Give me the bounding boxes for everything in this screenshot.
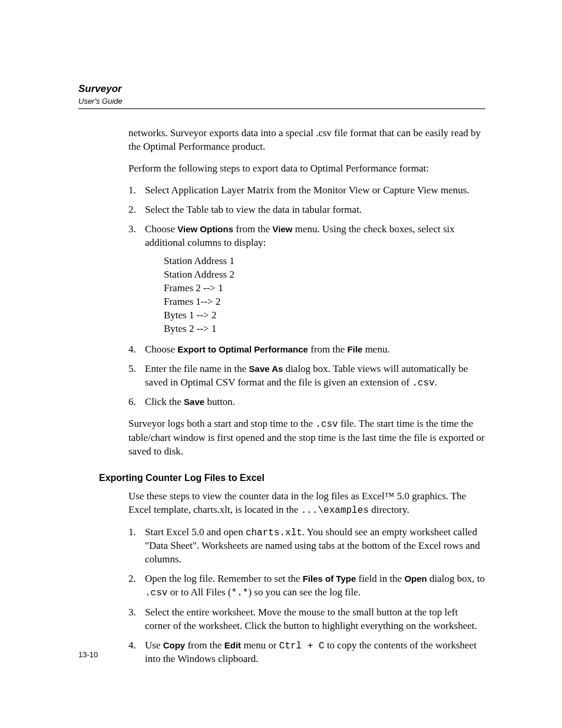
step-text: Select Application Layer Matrix from the… [145,184,485,197]
text-run: Use these steps to view the counter data… [128,490,466,515]
step-text: Enter the file name in the Save As dialo… [145,363,485,390]
excel-steps-list: 1. Start Excel 5.0 and open charts.xlt. … [128,526,485,666]
text-run: Surveyor logs both a start and stop time… [128,418,315,429]
text-run: ) so you can see the log file. [248,587,361,598]
step-number: 5. [128,363,145,390]
export-steps-list: 1. Select Application Layer Matrix from … [128,184,485,409]
ui-label-view-menu: View [273,224,293,234]
ui-label-copy: Copy [163,640,186,650]
step-number: 4. [128,343,145,357]
step-3: 3. Choose View Options from the View men… [128,223,485,337]
header-product-title: Surveyor [78,83,485,96]
mono-csv-ext: .csv [412,378,434,388]
step-number: 2. [128,203,145,217]
step-4: 4. Choose Export to Optimal Performance … [128,343,485,357]
text-run: Click the [145,396,184,407]
step-1: 1. Select Application Layer Matrix from … [128,184,485,197]
step-text: Start Excel 5.0 and open charts.xlt. You… [145,526,485,566]
ui-label-open-dialog: Open [404,574,427,584]
text-run: Choose [145,344,177,355]
text-run: . [435,377,437,388]
excel-step-1: 1. Start Excel 5.0 and open charts.xlt. … [128,526,485,566]
header-subtitle: User's Guide [78,96,485,107]
after-steps-paragraph: Surveyor logs both a start and stop time… [128,417,485,458]
step-text: Choose Export to Optimal Performance fro… [145,343,485,357]
step-number: 2. [128,572,145,600]
excel-step-2: 2. Open the log file. Remember to set th… [128,572,485,600]
step-text: Use Copy from the Edit menu or Ctrl + C … [145,639,485,667]
page-header: Surveyor User's Guide [78,83,485,109]
page-number: 13-10 [78,650,98,660]
text-run: Start Excel 5.0 and open [145,526,246,538]
text-run: menu. [362,344,389,355]
text-run: from the [308,344,348,355]
section2-intro: Use these steps to view the counter data… [128,490,485,518]
column-name: Bytes 1 --> 2 [164,309,485,322]
text-run: Open the log file. Remember to set the [145,573,303,584]
ui-label-export-to-optimal: Export to Optimal Performance [177,344,308,354]
column-list: Station Address 1 Station Address 2 Fram… [164,255,485,336]
step-5: 5. Enter the file name in the Save As di… [128,363,485,390]
mono-examples-path: ...\examples [301,505,369,516]
step-2: 2. Select the Table tab to view the data… [128,203,485,217]
ui-label-file-menu: File [348,344,363,354]
text-run: directory. [369,504,409,515]
intro-paragraph-2: Perform the following steps to export da… [128,162,485,176]
ui-label-files-of-type: Files of Type [303,574,356,584]
page-body: networks. Surveyor exports data into a s… [78,127,485,666]
ui-label-view-options: View Options [177,224,233,234]
step-number: 6. [128,396,145,409]
document-page: Surveyor User's Guide networks. Surveyor… [0,0,562,666]
mono-ctrl-c: Ctrl + C [279,641,325,651]
text-run: field in the [356,573,404,584]
ui-label-save-button: Save [184,397,204,407]
step-text: Open the log file. Remember to set the F… [145,572,485,600]
text-run: menu or [241,640,279,651]
excel-step-3: 3. Select the entire worksheet. Move the… [128,606,485,633]
step-number: 3. [128,223,145,337]
step-number: 1. [128,184,145,197]
text-run: dialog box, to [427,573,485,584]
ui-label-save-as: Save As [249,364,283,374]
text-run: Use [145,640,163,651]
mono-csv-ext: .csv [315,419,338,430]
section-heading-export-excel: Exporting Counter Log Files to Excel [99,472,485,485]
step-number: 4. [128,639,145,667]
step-text: Click the Save button. [145,396,485,409]
text-run: or to All Files ( [167,587,231,598]
excel-step-4: 4. Use Copy from the Edit menu or Ctrl +… [128,639,485,667]
mono-csv-ext: .csv [145,588,167,598]
step-number: 1. [128,526,145,566]
text-run: Enter the file name in the [145,363,249,374]
column-name: Station Address 1 [164,255,485,268]
intro-paragraph-1: networks. Surveyor exports data into a s… [128,127,485,154]
step-text: Choose View Options from the View menu. … [145,223,485,337]
text-run: button. [204,396,235,407]
ui-label-edit-menu: Edit [224,640,241,650]
step-text: Select the entire worksheet. Move the mo… [145,606,485,633]
text-run: from the [233,223,273,235]
text-run: Choose [145,223,177,235]
column-name: Bytes 2 --> 1 [164,322,485,336]
mono-charts-xlt: charts.xlt [246,528,302,538]
step-text: Select the Table tab to view the data in… [145,203,485,217]
column-name: Frames 1--> 2 [164,295,485,309]
column-name: Frames 2 --> 1 [164,282,485,295]
column-name: Station Address 2 [164,268,485,282]
step-number: 3. [128,606,145,633]
mono-wildcard: *.* [232,588,249,598]
text-run: from the [185,640,224,651]
step-6: 6. Click the Save button. [128,396,485,409]
